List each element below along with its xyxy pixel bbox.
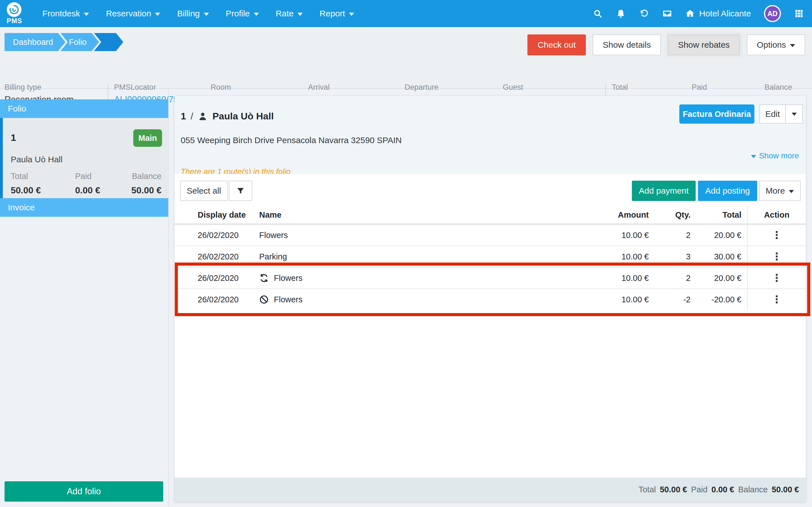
totals-footer: Total 50.00 € Paid 0.00 € Balance 50.00 … <box>174 477 806 502</box>
top-nav: PMS Frontdesk Reservation Billing Profil… <box>0 0 812 27</box>
more-button[interactable]: More <box>759 181 801 201</box>
guest-separator: / <box>190 111 193 122</box>
kebab-menu-icon[interactable]: ⋮ <box>772 251 782 262</box>
folio-guest-name: Paula Uò Hall <box>11 155 62 164</box>
footer-total-value: 50.00 € <box>660 485 687 494</box>
add-payment-button[interactable]: Add payment <box>632 181 696 201</box>
header-display-date: Display date <box>174 210 259 220</box>
table-row: 26/02/2020 Flowers 10.00 € 2 20.00 € ⋮ <box>174 224 806 245</box>
refresh-icon <box>259 273 269 283</box>
person-icon <box>197 111 208 121</box>
caret-down-icon <box>254 13 259 16</box>
search-icon[interactable] <box>593 8 603 19</box>
avatar[interactable]: AD <box>764 5 781 22</box>
show-more-link[interactable]: Show more <box>751 151 799 160</box>
header-qty: Qty. <box>649 210 691 220</box>
guest-title: 1 / Paula Uò Hall <box>181 111 274 122</box>
inbox-icon[interactable] <box>662 8 672 19</box>
menu-profile[interactable]: Profile <box>217 0 268 27</box>
main-menu: Frontdesk Reservation Billing Profile Ra… <box>34 0 362 27</box>
kebab-menu-icon[interactable]: ⋮ <box>772 294 782 304</box>
menu-rate[interactable]: Rate <box>268 0 311 27</box>
posting-name: Flowers <box>274 274 303 283</box>
sidebar-invoice-header[interactable]: Invoice <box>0 198 168 217</box>
folio-paid-value: 0.00 € <box>75 185 100 195</box>
sidebar-folio-header[interactable]: Folio <box>0 99 168 118</box>
check-out-button[interactable]: Check out <box>527 35 586 55</box>
kebab-menu-icon[interactable]: ⋮ <box>772 230 782 240</box>
home-icon <box>685 9 695 18</box>
menu-reservation[interactable]: Reservation <box>98 0 169 27</box>
table-row: 26/02/2020 Flowers 10.00 € -2 -20.00 € ⋮ <box>174 288 806 310</box>
filter-button[interactable] <box>229 181 252 201</box>
bell-icon[interactable] <box>616 8 626 19</box>
sidebar-divider <box>168 89 169 507</box>
folio-balance-label: Balance <box>132 172 162 181</box>
caret-down-icon <box>204 13 209 16</box>
nav-right: Hotel Alicante AD <box>593 5 812 22</box>
menu-report[interactable]: Report <box>311 0 362 27</box>
caret-down-icon <box>789 190 794 193</box>
filter-icon <box>236 186 245 195</box>
posting-name: Parking <box>259 252 287 262</box>
show-details-button[interactable]: Show details <box>593 35 661 55</box>
hotel-switcher[interactable]: Hotel Alicante <box>685 9 751 18</box>
main-badge: Main <box>133 129 162 147</box>
caret-down-icon <box>298 13 303 16</box>
footer-total-label: Total <box>639 485 656 494</box>
footer-paid-label: Paid <box>691 485 707 494</box>
sidebar-folio-item[interactable]: 1 Main Paula Uò Hall Total Paid Balance … <box>0 118 168 198</box>
postings-toolbar: Select all Add payment Add posting More <box>174 181 806 201</box>
footer-balance-value: 50.00 € <box>772 485 799 494</box>
breadcrumb-dashboard[interactable]: Dashboard <box>4 33 65 51</box>
hotel-name: Hotel Alicante <box>699 9 751 18</box>
caret-down-icon <box>349 13 354 16</box>
header-total: Total <box>691 210 747 220</box>
folio-total-label: Total <box>11 172 28 181</box>
pms-folio-page: { "nav": { "logo": "PMS", "items": [ { "… <box>0 0 812 507</box>
pms-logo-icon <box>7 2 21 17</box>
header-action: Action <box>747 206 806 224</box>
menu-frontdesk[interactable]: Frontdesk <box>34 0 98 27</box>
breadcrumb-folio[interactable]: Folio <box>60 33 99 51</box>
page-header: Dashboard Folio Check out Show details S… <box>0 27 812 89</box>
table-row: 26/02/2020 Flowers 10.00 € 2 20.00 € ⋮ <box>174 267 806 288</box>
posting-name: Flowers <box>274 295 303 304</box>
edit-dropdown-button[interactable] <box>786 104 803 124</box>
guest-address: 055 Weeping Birch Drive Pensacola Navarr… <box>181 135 402 145</box>
show-rebates-button[interactable]: Show rebates <box>668 35 740 55</box>
folio-detail-panel: 1 / Paula Uò Hall Factura Ordinaria Edit… <box>174 96 806 502</box>
header-actions: Check out Show details Show rebates Opti… <box>527 35 805 55</box>
table-header-row: Display date Name Amount Qty. Total Acti… <box>174 206 806 224</box>
posting-name: Flowers <box>259 231 288 240</box>
caret-down-icon <box>790 44 795 47</box>
apps-grid-icon[interactable] <box>794 8 804 19</box>
factura-ordinaria-button[interactable]: Factura Ordinaria <box>679 104 754 124</box>
edit-button-group: Edit <box>759 104 803 124</box>
edit-button[interactable]: Edit <box>759 104 786 124</box>
table-row: 26/02/2020 Parking 10.00 € 3 30.00 € ⋮ <box>174 245 806 267</box>
caret-down-icon <box>84 13 89 16</box>
history-icon[interactable] <box>639 8 649 19</box>
folio-balance-value: 50.00 € <box>131 185 162 195</box>
header-amount: Amount <box>587 210 649 220</box>
footer-balance-label: Balance <box>738 485 768 494</box>
caret-down-icon <box>155 13 160 16</box>
menu-billing[interactable]: Billing <box>169 0 217 27</box>
options-button[interactable]: Options <box>747 35 805 55</box>
guest-index: 1 <box>181 111 186 122</box>
ban-icon <box>259 295 269 304</box>
header-name: Name <box>259 210 587 220</box>
add-posting-button[interactable]: Add posting <box>698 181 757 201</box>
folio-paid-label: Paid <box>75 172 92 181</box>
show-more-caret-icon <box>751 155 756 158</box>
breadcrumb: Dashboard Folio <box>4 33 118 51</box>
kebab-menu-icon[interactable]: ⋮ <box>772 273 782 283</box>
folio-number: 1 <box>11 132 16 143</box>
pms-logo[interactable]: PMS <box>0 0 31 27</box>
add-folio-button[interactable]: Add folio <box>4 481 163 502</box>
guest-name: Paula Uò Hall <box>212 111 274 122</box>
postings-table: Display date Name Amount Qty. Total Acti… <box>174 206 806 310</box>
select-all-button[interactable]: Select all <box>180 181 228 201</box>
caret-down-icon <box>792 113 797 116</box>
